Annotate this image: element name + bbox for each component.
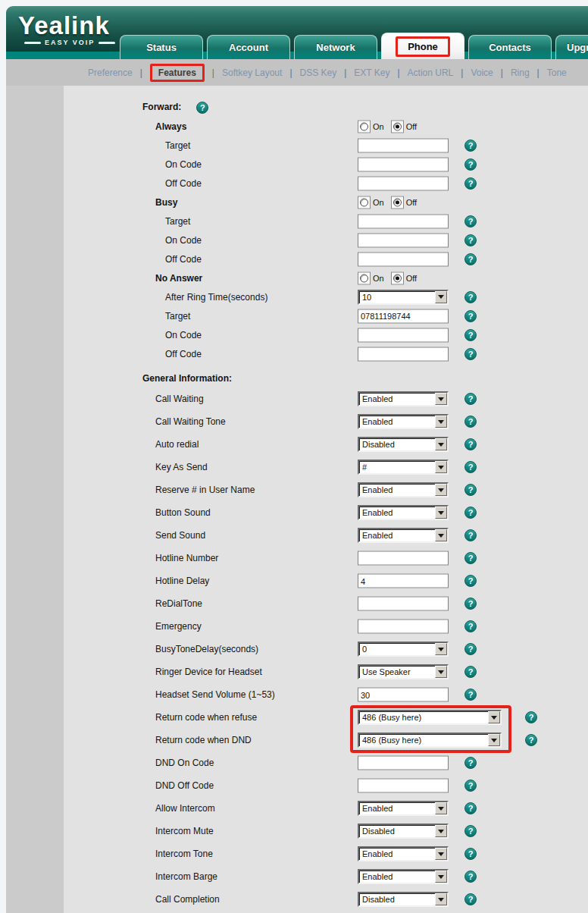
select-call-waiting[interactable]: Enabled <box>358 391 449 406</box>
help-icon[interactable]: ? <box>464 461 477 473</box>
select-ringer-device-for-headset[interactable]: Use Speaker <box>358 664 449 679</box>
input-hotline-delay[interactable] <box>358 574 449 588</box>
subnav-item-voice[interactable]: Voice <box>471 67 493 78</box>
select-send-sound[interactable]: Enabled <box>358 528 449 543</box>
radio-busy-on[interactable] <box>358 196 371 209</box>
select-key-as-send[interactable]: # <box>358 460 449 475</box>
dropdown-arrow-button[interactable] <box>435 438 447 450</box>
help-icon[interactable]: ? <box>464 643 477 655</box>
tab-upgrade[interactable]: Upgrade <box>555 35 588 59</box>
select-button-sound[interactable]: Enabled <box>358 505 449 520</box>
help-icon[interactable]: ? <box>464 393 477 405</box>
dropdown-arrow-button[interactable] <box>435 461 447 473</box>
help-icon[interactable]: ? <box>464 291 477 303</box>
help-icon[interactable]: ? <box>464 140 477 152</box>
subnav-item-softkey-layout[interactable]: Softkey Layout <box>222 67 282 78</box>
help-icon[interactable]: ? <box>464 438 477 450</box>
radio-busy-off[interactable] <box>391 196 404 209</box>
subnav-item-tone[interactable]: Tone <box>547 67 567 78</box>
input-on-code[interactable] <box>358 233 449 247</box>
help-icon[interactable]: ? <box>464 598 477 610</box>
dropdown-arrow-button[interactable] <box>435 893 447 905</box>
select-return-code-when-refuse[interactable]: 486 (Busy here) <box>358 710 502 725</box>
help-icon[interactable]: ? <box>464 329 477 341</box>
help-icon[interactable]: ? <box>464 416 477 428</box>
help-icon[interactable]: ? <box>464 893 477 905</box>
help-icon[interactable]: ? <box>464 757 477 769</box>
input-on-code[interactable] <box>358 328 449 342</box>
help-icon[interactable]: ? <box>464 158 477 171</box>
subnav-item-preference[interactable]: Preference <box>88 67 133 78</box>
select-return-code-when-dnd[interactable]: 486 (Busy here) <box>358 733 502 748</box>
dropdown-arrow-button[interactable] <box>435 291 447 303</box>
select-call-completion[interactable]: Disabled <box>358 892 449 907</box>
tab-network[interactable]: Network <box>294 35 377 59</box>
select-intercom-mute[interactable]: Disabled <box>358 824 449 839</box>
input-headset-send-volume-1-53[interactable] <box>358 688 449 702</box>
radio-always-on[interactable] <box>358 120 371 133</box>
help-icon[interactable]: ? <box>464 871 477 883</box>
radio-no-answer-on[interactable] <box>358 271 371 284</box>
dropdown-arrow-button[interactable] <box>435 802 447 814</box>
help-icon[interactable]: ? <box>464 780 477 792</box>
help-icon[interactable]: ? <box>464 348 477 360</box>
subnav-item-ext-key[interactable]: EXT Key <box>354 67 389 78</box>
subnav-item-action-url[interactable]: Action URL <box>408 67 454 78</box>
select-call-waiting-tone[interactable]: Enabled <box>358 414 449 429</box>
tab-status[interactable]: Status <box>120 35 203 59</box>
dropdown-arrow-button[interactable] <box>435 666 447 678</box>
dropdown-arrow-button[interactable] <box>435 529 447 541</box>
select-intercom-barge[interactable]: Enabled <box>358 869 449 884</box>
help-icon[interactable]: ? <box>464 825 477 837</box>
help-icon[interactable]: ? <box>464 177 477 190</box>
input-target[interactable] <box>358 309 449 323</box>
input-target[interactable] <box>358 214 449 228</box>
select-busytonedelay-seconds[interactable]: 0 <box>358 642 449 657</box>
help-icon[interactable]: ? <box>464 310 477 322</box>
input-target[interactable] <box>358 138 449 152</box>
subnav-item-features[interactable]: Features <box>150 64 205 82</box>
help-icon[interactable]: ? <box>464 689 477 701</box>
dropdown-arrow-button[interactable] <box>488 734 500 746</box>
help-icon[interactable]: ? <box>464 666 477 678</box>
subnav-item-ring[interactable]: Ring <box>511 67 530 78</box>
tab-contacts[interactable]: Contacts <box>468 35 552 59</box>
dropdown-arrow-button[interactable] <box>435 848 447 860</box>
input-off-code[interactable] <box>358 176 449 190</box>
select-auto-redial[interactable]: Disabled <box>358 437 449 452</box>
help-icon[interactable]: ? <box>464 848 477 860</box>
tab-account[interactable]: Account <box>207 35 290 59</box>
help-icon[interactable]: ? <box>464 529 477 541</box>
help-icon[interactable]: ? <box>464 234 477 246</box>
input-emergency[interactable] <box>358 620 449 634</box>
dropdown-arrow-button[interactable] <box>435 825 447 837</box>
input-hotline-number[interactable] <box>358 551 449 566</box>
dropdown-arrow-button[interactable] <box>435 393 447 405</box>
help-icon[interactable]: ? <box>464 802 477 814</box>
help-icon[interactable]: ? <box>464 215 477 227</box>
input-on-code[interactable] <box>358 157 449 171</box>
input-dnd-off-code[interactable] <box>358 779 449 793</box>
help-icon[interactable]: ? <box>525 711 537 723</box>
dropdown-arrow-button[interactable] <box>435 507 447 519</box>
select-allow-intercom[interactable]: Enabled <box>358 801 449 816</box>
input-redialtone[interactable] <box>358 597 449 611</box>
input-dnd-on-code[interactable] <box>358 756 449 770</box>
subnav-item-dss-key[interactable]: DSS Key <box>300 67 337 78</box>
help-icon[interactable]: ? <box>464 484 477 496</box>
dropdown-arrow-button[interactable] <box>435 416 447 428</box>
dropdown-arrow-button[interactable] <box>435 484 447 496</box>
input-off-code[interactable] <box>358 252 449 266</box>
help-icon[interactable]: ? <box>525 734 537 746</box>
tab-phone[interactable]: Phone <box>381 33 464 59</box>
help-icon[interactable]: ? <box>464 620 477 632</box>
dropdown-arrow-button[interactable] <box>435 643 447 655</box>
dropdown-arrow-button[interactable] <box>488 711 500 723</box>
select-intercom-tone[interactable]: Enabled <box>358 846 449 861</box>
select-after-ring-time-seconds[interactable]: 10 <box>358 290 449 305</box>
help-icon[interactable]: ? <box>196 102 208 114</box>
select-reserve-in-user-name[interactable]: Enabled <box>358 482 449 497</box>
help-icon[interactable]: ? <box>464 552 477 564</box>
help-icon[interactable]: ? <box>464 507 477 519</box>
radio-no-answer-off[interactable] <box>391 271 404 284</box>
